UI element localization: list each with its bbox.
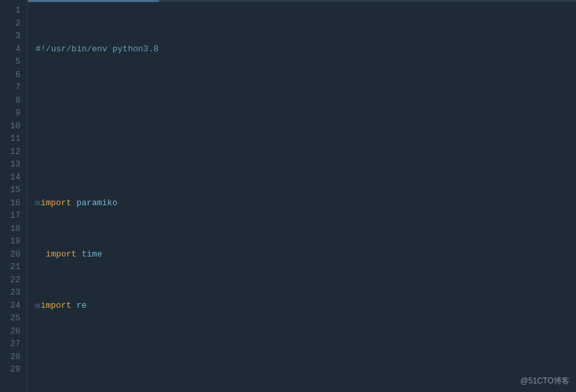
code-line-4: ⊟import paramiko <box>36 197 576 210</box>
line-num: 24 <box>0 299 20 312</box>
code-line-5: import time <box>36 248 576 261</box>
line-num: 8 <box>0 94 20 107</box>
line-num: 28 <box>0 351 20 364</box>
line-num: 2 <box>0 17 20 30</box>
code-editor: 1 2 3 4 5 6 7 8 9 10 11 12 13 14 15 16 1… <box>0 0 576 392</box>
line-numbers: 1 2 3 4 5 6 7 8 9 10 11 12 13 14 15 16 1… <box>0 3 28 392</box>
line-num: 18 <box>0 222 20 235</box>
line-num: 14 <box>0 171 20 184</box>
line-num: 1 <box>0 4 20 17</box>
line-num: 25 <box>0 312 20 325</box>
line-num: 5 <box>0 55 20 68</box>
scrollbar-top[interactable] <box>28 0 576 2</box>
code-line-3 <box>36 145 576 159</box>
line-num: 29 <box>0 363 20 376</box>
code-line-1: #!/usr/bin/env python3.8 <box>36 43 576 56</box>
line-num: 6 <box>0 68 20 82</box>
line-num: 10 <box>0 120 20 133</box>
line-num: 3 <box>0 30 20 43</box>
line-num: 21 <box>0 260 20 274</box>
line-num: 19 <box>0 235 20 248</box>
line-num: 22 <box>0 274 20 287</box>
line-num: 12 <box>0 145 20 159</box>
line-num: 27 <box>0 337 20 351</box>
line-num: 26 <box>0 325 20 338</box>
line-num: 17 <box>0 209 20 222</box>
code-content[interactable]: #!/usr/bin/env python3.8 ⊟import paramik… <box>28 3 576 392</box>
line-num: 20 <box>0 248 20 261</box>
code-line-6: ⊟import re <box>36 299 576 312</box>
code-line-2 <box>36 94 576 107</box>
line-num: 11 <box>0 132 20 145</box>
scrollbar-thumb[interactable] <box>28 0 159 2</box>
line-num: 23 <box>0 286 20 299</box>
line-num: 7 <box>0 81 20 94</box>
watermark: @51CTO博客 <box>520 376 569 387</box>
line-num: 15 <box>0 184 20 197</box>
code-line-7 <box>36 351 576 364</box>
line-num: 9 <box>0 107 20 120</box>
line-num: 13 <box>0 158 20 171</box>
line-num: 16 <box>0 197 20 210</box>
line-num: 4 <box>0 43 20 56</box>
